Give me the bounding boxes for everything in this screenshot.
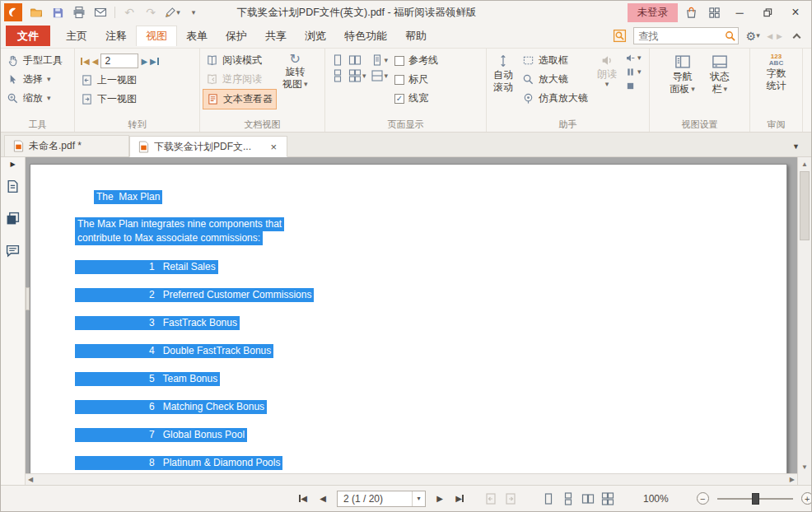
apps-grid-button[interactable] [704,3,724,21]
tab-list-dropdown-button[interactable]: ▼ [784,142,808,151]
selected-text-line[interactable]: 2 Preferred Customer Commissions [75,288,314,302]
selected-text-line[interactable]: 8 Platinum & Diamond Pools [75,456,282,470]
selected-text-line[interactable]: The Max Plan integrates nine components … [75,217,284,231]
save-button[interactable] [48,3,68,21]
ruler-checkbox-row[interactable]: 标尺 [391,70,441,89]
history-forward-button[interactable]: ▶ [777,32,782,40]
split-view-button[interactable]: ▾ [371,69,389,82]
ink-sign-button[interactable]: ▾ [162,3,182,21]
selected-text-line[interactable]: The Max Plan [94,190,162,204]
text-viewer-button[interactable]: 文本查看器 [203,89,277,109]
scrollbar-thumb[interactable] [800,171,810,240]
next-view-button[interactable] [504,492,517,505]
login-button[interactable]: 未登录 [628,3,679,22]
speech-option-1-button[interactable]: ▾ [623,51,644,65]
history-back-button[interactable]: ◀ [767,32,772,40]
document-tab-bonus-plan[interactable]: 下载奖金计划PDF文... × [129,136,287,157]
scroll-left-button[interactable]: ◀ [28,476,33,483]
tab-home[interactable]: 主页 [57,26,96,46]
tab-view[interactable]: 视图 [136,26,177,46]
pdf-page[interactable]: The Max Plan The Max Plan integrates nin… [30,164,787,485]
search-input[interactable] [634,30,724,42]
word-count-button[interactable]: 123 ABC 字数 统计 [763,51,791,117]
previous-view-button[interactable] [484,492,497,505]
line-width-checkbox[interactable]: ✓ [394,94,404,104]
selected-text-line[interactable]: 5 Team Bonus [75,372,220,386]
zoom-slider[interactable] [717,493,793,505]
open-file-button[interactable] [26,3,46,21]
auto-scroll-button[interactable]: 自动 滚动 [489,51,517,117]
search-icon[interactable] [724,30,736,42]
next-view-button[interactable]: 下一视图 [77,90,197,109]
speech-option-2-button[interactable]: ▾ [623,65,644,79]
collapse-ribbon-button[interactable] [786,27,806,45]
tab-share[interactable]: 共享 [256,26,296,46]
tab-comment[interactable]: 注释 [96,26,136,46]
store-button[interactable] [681,3,701,21]
restore-button[interactable] [755,3,780,21]
page-mode-1-button[interactable]: ▾ [371,54,389,67]
selected-text-line[interactable]: 4 Double FastTrack Bonus [75,344,273,358]
scroll-down-button[interactable]: ▼ [798,460,811,473]
magnifier-button[interactable]: 放大镜 [519,70,591,89]
loupe-button[interactable]: 仿真放大镜 [519,89,591,108]
navigation-panels-button[interactable]: 导航 面板▾ [665,51,699,117]
marquee-button[interactable]: 选取框 [519,51,591,70]
undo-button[interactable]: ↶ [119,3,139,21]
tab-help[interactable]: 帮助 [396,26,436,46]
first-page-button[interactable]: ◀ [81,57,90,66]
sidebar-splitter-handle[interactable] [26,287,30,310]
selected-text-line[interactable]: contribute to Max associate commissions: [75,231,263,245]
zoom-out-button[interactable]: − [697,492,709,505]
expand-panel-button[interactable]: ▶ [10,161,15,168]
selected-text-line[interactable]: 7 Global Bonus Pool [75,428,247,442]
tab-close-button[interactable]: × [268,141,278,153]
settings-button[interactable]: ⚙ ▾ [743,27,763,45]
line-width-checkbox-row[interactable]: ✓ 线宽 [391,89,441,108]
prev-page-button[interactable]: ◀ [314,490,332,508]
close-button[interactable]: × [783,3,808,21]
speech-option-3-button[interactable] [623,79,644,93]
zoom-in-button[interactable]: + [801,492,812,505]
mail-button[interactable] [91,3,110,21]
select-tool-button[interactable]: 选择 ▾ [3,70,72,89]
reverse-read-button[interactable]: 逆序阅读 [203,70,277,89]
prev-page-button[interactable]: ◀ [92,57,99,66]
guides-checkbox-row[interactable]: 参考线 [391,51,441,70]
page-number-input[interactable] [100,54,138,68]
bookmarks-panel-button[interactable] [6,179,20,193]
next-page-button[interactable]: ▶ [141,57,147,66]
page-select-dropdown[interactable]: 2 (1 / 20) ▾ [337,491,426,507]
horizontal-scrollbar[interactable]: ◀ ▶ [26,473,797,485]
continuous-mode-button[interactable] [562,492,575,505]
rotate-view-button[interactable]: ↻ 旋转 视图▾ [278,51,312,117]
tab-file[interactable]: 文件 [6,26,50,46]
hand-tool-button[interactable]: 手型工具 [3,51,72,70]
facing-mode-button[interactable] [581,492,595,505]
last-page-button[interactable]: ▶ [450,490,469,508]
scroll-up-button[interactable]: ▲ [798,157,811,170]
minimize-button[interactable]: ─ [727,3,752,21]
continuous-facing-mode-button[interactable] [601,492,614,505]
continuous-facing-button[interactable]: ▾ [348,69,366,82]
continuous-page-button[interactable] [331,69,344,82]
first-page-button[interactable]: ◀ [294,490,312,508]
tab-features[interactable]: 特色功能 [335,26,396,46]
read-mode-button[interactable]: 阅读模式 [203,51,277,70]
ruler-checkbox[interactable] [394,75,404,85]
scroll-right-button[interactable]: ▶ [790,476,795,483]
zoom-slider-handle[interactable] [752,493,759,505]
doc-search-shortcut-button[interactable] [609,27,629,45]
selected-text-line[interactable]: 3 FastTrack Bonus [75,316,240,330]
document-view[interactable]: The Max Plan The Max Plan integrates nin… [26,157,797,485]
facing-pages-button[interactable] [348,54,366,67]
customize-quick-access-button[interactable]: ▾ [184,3,203,21]
single-page-button[interactable] [331,54,344,67]
layers-panel-button[interactable] [6,212,20,226]
redo-button[interactable]: ↷ [141,3,161,21]
zoom-tool-button[interactable]: 缩放 ▾ [3,89,72,108]
last-page-button[interactable]: ▶ [150,57,159,66]
tab-form[interactable]: 表单 [177,26,217,46]
read-aloud-button[interactable]: 朗读 ▾ [593,51,621,117]
selected-text-line[interactable]: 1 Retail Sales [75,260,218,274]
